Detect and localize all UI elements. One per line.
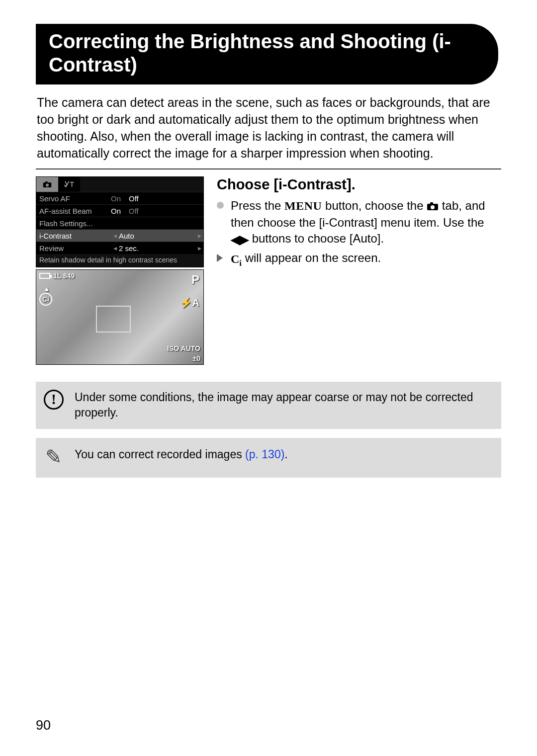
left-right-arrows-icon: ◀▶ [231,232,249,248]
right-arrow-icon: ▸ [195,232,203,240]
menu-rows: Servo AF On Off AF-assist Beam On Off [36,192,203,254]
svg-rect-1 [45,181,48,183]
menu-hint: Retain shadow detail in high contrast sc… [36,254,203,267]
ev-indicator: ±0 [193,354,200,362]
ci-indicator-icon: Ci [39,293,52,306]
right-column: Choose [i-Contrast]. Press the MENU butt… [217,176,501,365]
menu-opt: 2 sec. [119,244,139,252]
shooting-mode: P [191,273,199,287]
warning-note: ! Under some conditions, the image may a… [36,382,501,429]
menu-opt: Off [129,207,139,215]
menu-row-af-assist: AF-assist Beam On Off [36,204,203,217]
ci-icon: Ci [231,252,242,269]
menu-tab-bar: ᎽT [36,177,203,192]
page-number: 90 [36,718,51,733]
menu-opt: On [111,207,121,215]
battery-icon: 1L 849 [39,272,75,280]
tools-tab-icon: ᎽT [58,177,80,192]
camera-icon [427,199,439,215]
right-arrow-icon: ▸ [195,244,203,252]
camera-tab-icon [36,177,58,192]
pencil-icon: ✎ [43,447,65,467]
menu-label: i-Contrast [36,232,111,240]
menu-label: AF-assist Beam [36,207,111,215]
svg-rect-4 [430,202,433,204]
step-bullet-2: Ci will appear on the screen. [217,250,501,269]
note-text: You can correct recorded images [75,448,245,461]
menu-label: Flash Settings... [36,219,111,228]
left-arrow-icon: ◂ [111,244,119,252]
step-text: will appear on the screen. [242,251,381,264]
menu-row-flash-settings: Flash Settings... [36,217,203,229]
menu-label: Review [36,244,111,252]
page-reference-link[interactable]: (p. 130) [245,448,284,461]
step-text: buttons to choose [Auto]. [249,232,384,245]
menu-row-servo-af: Servo AF On Off [36,192,203,204]
warning-icon: ! [43,390,65,410]
iso-indicator: ISO AUTO [167,344,200,352]
shot-count: 1L 849 [53,272,75,280]
step-text: Press the [231,199,284,212]
menu-opt: Off [129,194,139,203]
step-text: button, choose the [322,199,427,212]
warning-text: Under some conditions, the image may app… [75,390,492,420]
menu-opt: Auto [119,232,134,240]
info-note: ✎ You can correct recorded images (p. 13… [36,438,501,478]
svg-point-2 [46,184,49,187]
menu-button-label: MENU [284,199,322,212]
step-heading: Choose [i-Contrast]. [217,176,501,193]
svg-point-5 [431,205,435,209]
flash-mode: ⚡A [180,297,199,309]
step-bullet-1: Press the MENU button, choose the tab, a… [217,198,501,247]
note-text: . [284,448,287,461]
triangle-bullet-icon [217,254,223,262]
menu-label: Servo AF [36,194,111,203]
menu-opt: On [111,194,121,203]
intro-paragraph: The camera can detect areas in the scene… [37,94,498,162]
separator-rule [36,168,501,169]
left-arrow-icon: ◂ [111,232,119,240]
up-arrow-icon: ▲ [43,285,50,293]
instruction-section: ᎽT Servo AF On Off AF-assist Beam [36,176,501,365]
menu-row-icontrast: i-Contrast ◂ Auto ▸ [36,229,203,242]
af-frame [96,306,131,333]
bullet-icon [217,202,224,209]
left-column: ᎽT Servo AF On Off AF-assist Beam [36,176,204,365]
menu-row-review: Review ◂ 2 sec. ▸ [36,242,203,254]
camera-menu-screenshot: ᎽT Servo AF On Off AF-assist Beam [36,176,204,267]
page-title: Correcting the Brightness and Shooting (… [36,24,498,84]
camera-preview-screenshot: 1L 849 ▲ Ci P ⚡A ISO AUTO ±0 [36,269,204,365]
